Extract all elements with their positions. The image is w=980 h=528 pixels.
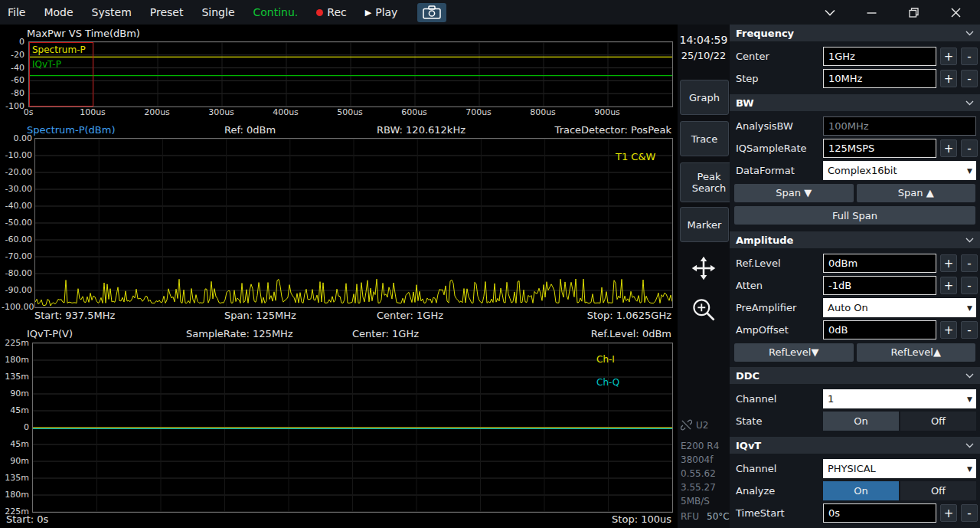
menu-item-system[interactable]: System bbox=[92, 6, 132, 18]
dropdown-channel[interactable]: 1▼ bbox=[823, 389, 976, 408]
section-header-bw[interactable]: BW bbox=[730, 94, 980, 111]
device-id: U2 bbox=[696, 420, 708, 431]
status-line: 5MB/S bbox=[681, 496, 710, 507]
section-title: IQvT bbox=[736, 440, 761, 451]
section-header-amplitude[interactable]: Amplitude bbox=[730, 231, 980, 248]
close-button[interactable] bbox=[935, 0, 977, 25]
decrement-button[interactable]: - bbox=[961, 504, 978, 522]
decrement-button[interactable]: - bbox=[961, 277, 978, 294]
input-center[interactable]: 1GHz bbox=[823, 47, 936, 66]
iqvt-plot[interactable]: Ch-ICh-Q bbox=[32, 343, 673, 513]
spectrum-y-tick: -20.00 bbox=[2, 167, 32, 177]
row-state: StateOnOff bbox=[730, 410, 980, 432]
increment-button[interactable]: + bbox=[940, 254, 957, 272]
section-header-iqvt[interactable]: IQvT bbox=[730, 437, 980, 454]
menu-item-preset[interactable]: Preset bbox=[150, 6, 184, 18]
toolbar-button-graph[interactable]: Graph bbox=[680, 80, 729, 115]
full-span-button[interactable]: Full Span bbox=[734, 206, 975, 225]
toolbar-button-label: Trace bbox=[691, 133, 718, 145]
reflevel-down-button[interactable]: RefLevel▼ bbox=[734, 343, 854, 362]
increment-button[interactable]: + bbox=[940, 139, 957, 157]
spectrum-chart-title: Spectrum-P(dBm) bbox=[27, 124, 116, 136]
field-label: TimeStart bbox=[736, 507, 823, 519]
analyze-on-button[interactable]: On bbox=[823, 481, 899, 500]
iqvt-y-tick: 45m bbox=[2, 439, 29, 449]
increment-button[interactable]: + bbox=[940, 70, 957, 87]
input-atten[interactable]: -1dB bbox=[823, 276, 936, 295]
menu-item-single[interactable]: Single bbox=[201, 6, 234, 18]
iqvt-stop-label: Stop: 100us bbox=[612, 513, 671, 525]
decrement-button[interactable]: - bbox=[961, 48, 978, 65]
maximize-button[interactable] bbox=[893, 0, 935, 25]
collapse-button[interactable] bbox=[808, 0, 851, 25]
maxpwr-x-tick: 600us bbox=[401, 107, 427, 117]
maxpwr-x-tick: 0s bbox=[24, 107, 34, 117]
dropdown-preamplifier[interactable]: Auto On▼ bbox=[823, 298, 976, 317]
state-on-button[interactable]: On bbox=[823, 412, 899, 431]
decrement-button[interactable]: - bbox=[961, 70, 978, 87]
decrement-button[interactable]: - bbox=[961, 321, 978, 339]
field-label: Center bbox=[736, 51, 823, 62]
iqvt-y-tick: 45m bbox=[2, 405, 29, 415]
maxpwr-plot[interactable]: Spectrum-PIQvT-P bbox=[28, 41, 673, 107]
iqvt-y-tick: 90m bbox=[2, 456, 29, 466]
section-header-frequency[interactable]: Frequency bbox=[730, 25, 980, 41]
iqvt-samplerate-label: SampleRate: 125MHz bbox=[186, 328, 293, 339]
menu-item-mode[interactable]: Mode bbox=[44, 6, 73, 18]
input-iqsamplerate[interactable]: 125MSPS bbox=[823, 139, 936, 158]
row-iqsamplerate: IQSampleRate125MSPS+- bbox=[730, 137, 980, 159]
collapse-icon bbox=[825, 9, 835, 16]
menu-item-continu[interactable]: Continu. bbox=[253, 6, 299, 18]
increment-button[interactable]: + bbox=[940, 504, 957, 522]
field-label: Ref.Level bbox=[736, 257, 823, 269]
toolbar-button-marker[interactable]: Marker bbox=[680, 207, 729, 242]
span-up-button[interactable]: Span ▲ bbox=[857, 184, 976, 202]
section-header-ddc[interactable]: DDC bbox=[730, 367, 980, 384]
iqvt-y-tick: 180m bbox=[2, 490, 29, 500]
decrement-button[interactable]: - bbox=[961, 139, 978, 157]
clock-time: 14:04:59 bbox=[678, 34, 730, 46]
analyze-off-button[interactable]: Off bbox=[900, 481, 976, 500]
field-label: Atten bbox=[736, 280, 823, 291]
increment-button[interactable]: + bbox=[940, 48, 957, 65]
row-channel: ChannelPHYSICAL▼ bbox=[730, 457, 980, 480]
menu-item-label: Play bbox=[375, 6, 397, 18]
status-line: E200 R4 bbox=[681, 441, 719, 451]
settings-panel: FrequencyCenter1GHz+-Step10MHz+-BWAnalys… bbox=[730, 25, 980, 528]
span-down-button[interactable]: Span ▼ bbox=[734, 184, 854, 202]
spectrum-y-tick: -80.00 bbox=[2, 268, 32, 278]
dropdown-channel[interactable]: PHYSICAL▼ bbox=[823, 459, 976, 478]
minimize-button[interactable] bbox=[851, 0, 893, 25]
field-label: Analyze bbox=[736, 485, 823, 497]
decrement-button[interactable]: - bbox=[961, 254, 978, 272]
menu-item-rec[interactable]: Rec bbox=[316, 6, 346, 18]
state-off-button[interactable]: Off bbox=[900, 412, 976, 431]
spectrum-y-tick: -100.00 bbox=[2, 302, 32, 312]
input-ref-level[interactable]: 0dBm bbox=[823, 254, 936, 273]
reflevel-up-button[interactable]: RefLevel▲ bbox=[857, 343, 976, 362]
dropdown-value: Auto On bbox=[828, 302, 868, 313]
spectrum-plot[interactable]: T1 C&W bbox=[34, 138, 673, 308]
increment-button[interactable]: + bbox=[940, 321, 957, 339]
dropdown-dataformat[interactable]: Complex16bit▼ bbox=[823, 161, 976, 180]
zoom-tool-button[interactable] bbox=[688, 294, 719, 325]
iqvt-traces bbox=[33, 343, 672, 512]
menu-item-file[interactable]: File bbox=[8, 6, 25, 18]
legend-ch-i: Ch-I bbox=[596, 354, 615, 365]
maxpwr-x-tick: 300us bbox=[208, 107, 234, 117]
spectrum-center-label: Center: 1GHz bbox=[377, 310, 443, 321]
input-timestart[interactable]: 0s bbox=[823, 503, 936, 523]
spectrum-ref-label: Ref: 0dBm bbox=[224, 124, 276, 136]
pan-tool-button[interactable] bbox=[688, 253, 719, 284]
input-step[interactable]: 10MHz bbox=[823, 69, 936, 88]
toolbar-button-trace[interactable]: Trace bbox=[680, 121, 729, 156]
input-ampoffset[interactable]: 0dB bbox=[823, 320, 936, 339]
increment-button[interactable]: + bbox=[940, 277, 957, 294]
row-step: Step10MHz+- bbox=[730, 67, 980, 90]
temp-label: RFU bbox=[681, 511, 699, 522]
maxpwr-y-tick: -80 bbox=[2, 88, 24, 98]
field-label: PreAmplifier bbox=[736, 302, 823, 313]
menu-item-play[interactable]: ▶Play bbox=[365, 6, 398, 18]
screenshot-button[interactable] bbox=[417, 3, 446, 22]
legend-spectrum-p: Spectrum-P bbox=[32, 44, 86, 55]
